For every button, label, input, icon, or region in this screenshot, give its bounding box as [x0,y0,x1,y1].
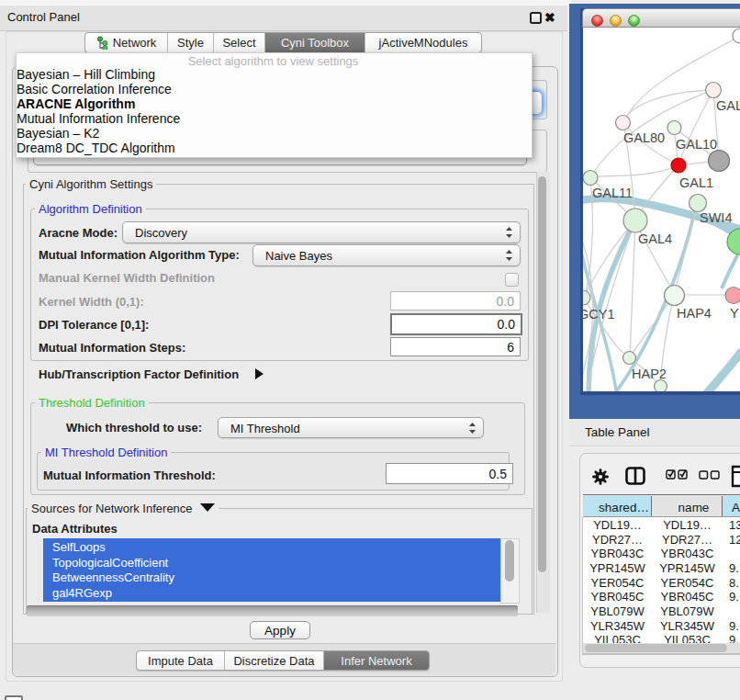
svg-text:GAL2: GAL2 [716,98,740,113]
svg-text:Y: Y [730,306,739,321]
svg-text:GCY1: GCY1 [583,307,615,322]
svg-text:GAL4: GAL4 [638,231,672,246]
svg-text:SWI4: SWI4 [700,210,732,225]
svg-text:GAL11: GAL11 [592,186,633,200]
svg-text:GAL80: GAL80 [623,130,665,145]
svg-text:GAL1: GAL1 [679,175,713,190]
svg-text:HAP4: HAP4 [677,306,712,321]
svg-text:HAP2: HAP2 [632,367,667,381]
svg-text:GAL10: GAL10 [676,137,717,152]
